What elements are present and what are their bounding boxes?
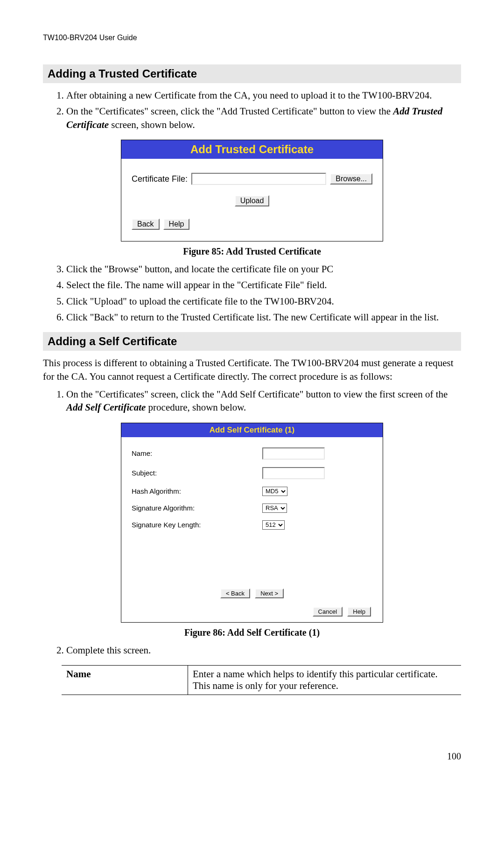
figure-86: Add Self Certificate (1) Name: Subject: … bbox=[43, 423, 461, 623]
back-button[interactable]: Back bbox=[132, 219, 160, 230]
page-header: TW100-BRV204 User Guide bbox=[43, 34, 461, 42]
self-intro: This process is different to obtaining a… bbox=[43, 356, 461, 383]
self-step-2: Complete this screen. bbox=[66, 644, 461, 657]
page-number: 100 bbox=[43, 751, 461, 762]
sig-label: Signature Algorithm: bbox=[132, 504, 262, 512]
trusted-step-2a: On the "Certificates" screen, click the … bbox=[66, 106, 393, 117]
hash-label: Hash Algorithm: bbox=[132, 487, 262, 495]
keylen-label: Signature Key Length: bbox=[132, 521, 262, 529]
table-row: Name Enter a name which helps to identif… bbox=[62, 666, 461, 695]
figure-86-caption: Figure 86: Add Self Certificate (1) bbox=[43, 627, 461, 638]
figure-85: Add Trusted Certificate Certificate File… bbox=[43, 140, 461, 241]
self-step-1b: procedure, shown below. bbox=[146, 402, 246, 413]
cert-file-label: Certificate File: bbox=[132, 174, 188, 184]
self-steps-list-a: On the "Certificates" screen, click the … bbox=[43, 388, 461, 414]
name-input[interactable] bbox=[262, 447, 325, 460]
next-button[interactable]: Next > bbox=[255, 589, 284, 598]
upload-button[interactable]: Upload bbox=[235, 195, 270, 206]
subject-label: Subject: bbox=[132, 469, 262, 477]
figure-85-caption: Figure 85: Add Trusted Certificate bbox=[43, 246, 461, 257]
help-button[interactable]: Help bbox=[163, 219, 190, 230]
trusted-steps-list-a: After obtaining a new Certificate from t… bbox=[43, 89, 461, 131]
trusted-step-4: Select the file. The name will appear in… bbox=[66, 278, 461, 291]
self-steps-list-b: Complete this screen. bbox=[43, 644, 461, 657]
add-trusted-cert-dialog: Add Trusted Certificate Certificate File… bbox=[121, 140, 383, 241]
trusted-steps-list-b: Click the "Browse" button, and locate th… bbox=[43, 262, 461, 324]
trusted-step-3: Click the "Browse" button, and locate th… bbox=[66, 262, 461, 276]
trusted-step-6: Click "Back" to return to the Trusted Ce… bbox=[66, 311, 461, 324]
section-heading-self: Adding a Self Certificate bbox=[43, 332, 461, 351]
cert-file-input[interactable] bbox=[191, 173, 326, 185]
trusted-step-2: On the "Certificates" screen, click the … bbox=[66, 105, 461, 131]
self-step-1: On the "Certificates" screen, click the … bbox=[66, 388, 461, 414]
trusted-step-1: After obtaining a new Certificate from t… bbox=[66, 89, 461, 102]
self-step-1a: On the "Certificates" screen, click the … bbox=[66, 389, 448, 400]
back-button-self[interactable]: < Back bbox=[220, 589, 250, 598]
hash-select[interactable]: MD5 bbox=[262, 487, 287, 496]
term-name: Name bbox=[62, 666, 188, 695]
sig-select[interactable]: RSA bbox=[262, 504, 287, 513]
definitions-table: Name Enter a name which helps to identif… bbox=[62, 665, 461, 695]
trusted-step-2b: screen, shown below. bbox=[109, 119, 195, 130]
desc-name: Enter a name which helps to identify thi… bbox=[188, 666, 462, 695]
trusted-step-5: Click "Upload" to upload the certificate… bbox=[66, 295, 461, 308]
subject-input[interactable] bbox=[262, 467, 325, 479]
keylen-select[interactable]: 512 bbox=[262, 520, 285, 530]
browse-button[interactable]: Browse... bbox=[330, 173, 372, 184]
dialog-titlebar: Add Trusted Certificate bbox=[121, 140, 383, 159]
cancel-button[interactable]: Cancel bbox=[313, 607, 343, 617]
help-button-self[interactable]: Help bbox=[347, 607, 371, 617]
section-heading-trusted: Adding a Trusted Certificate bbox=[43, 64, 461, 83]
name-label: Name: bbox=[132, 449, 262, 457]
add-self-cert-dialog: Add Self Certificate (1) Name: Subject: … bbox=[121, 423, 383, 623]
self-step-1-em: Add Self Certificate bbox=[66, 402, 146, 413]
dialog-titlebar-self: Add Self Certificate (1) bbox=[121, 423, 383, 437]
